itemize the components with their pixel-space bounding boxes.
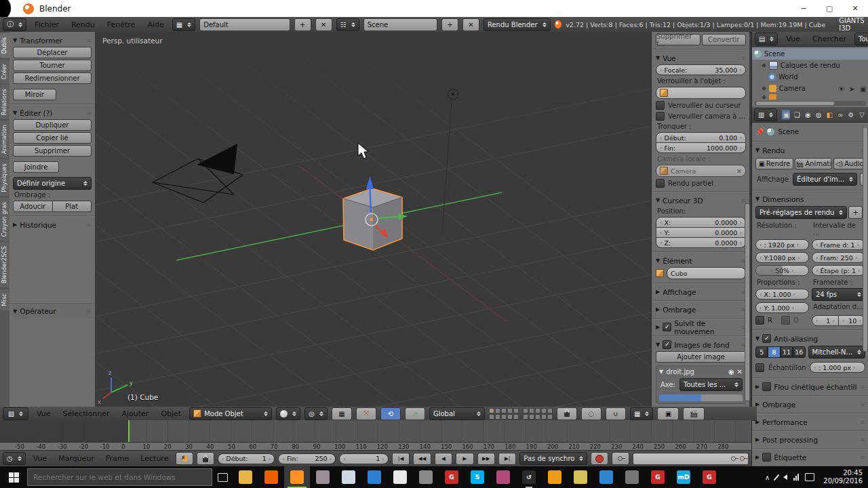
aa-samples-8[interactable]: 8 xyxy=(768,346,780,358)
resolution-x-field[interactable]: : 1920 px xyxy=(755,239,809,250)
render-engine-select[interactable]: Rendu Blender xyxy=(484,18,551,31)
motion-tracking-checkbox[interactable] xyxy=(663,323,671,331)
npanel-scrollbar[interactable] xyxy=(745,203,750,401)
border-checkbox[interactable] xyxy=(755,316,764,325)
keying-set-field[interactable] xyxy=(633,453,749,465)
render-border-checkbox[interactable] xyxy=(656,179,665,188)
join-button[interactable]: Joindre xyxy=(13,161,59,173)
aa-filter-dropdown[interactable]: Mitchell-N... xyxy=(808,346,866,359)
delete-keyframe-button[interactable]: Supprimer f... xyxy=(656,34,701,45)
taskbar-icon-giants-editor[interactable]: G xyxy=(439,466,465,488)
panel-editer-header[interactable]: ▼Éditer (?) xyxy=(13,107,92,119)
outliner-editor-selector[interactable]: ▤ xyxy=(755,33,778,45)
timeline-menu-vue[interactable]: Vue xyxy=(29,454,52,463)
jump-to-start-button[interactable]: |◀ xyxy=(392,453,410,465)
properties-scrollbar[interactable] xyxy=(863,127,868,352)
tab-relations[interactable]: Relations xyxy=(0,85,9,119)
framerate-dropdown[interactable]: 24 fps xyxy=(812,288,865,301)
taskbar-icon-mail-app[interactable] xyxy=(361,466,387,488)
cursor-x-field[interactable]: X:0.0000 xyxy=(656,217,746,228)
lock-object-field[interactable] xyxy=(656,87,746,99)
shade-flat-button[interactable]: Plat xyxy=(53,201,92,212)
panel-background-images-header[interactable]: ▼Images de fond xyxy=(656,339,746,350)
panel-antialiasing-header[interactable]: ▼Anti-aliasing xyxy=(755,333,865,344)
panel-display-header[interactable]: ▶Affichage xyxy=(656,286,746,298)
tab-render-layers-icon[interactable]: ❏ xyxy=(792,109,802,120)
focal-length-field[interactable]: Focale:35.000 xyxy=(656,64,746,75)
frame-start-field[interactable]: Frame d: 1 xyxy=(812,239,865,250)
keying-set-add-button[interactable] xyxy=(612,452,629,465)
menu-rendu[interactable]: Rendu xyxy=(67,20,99,29)
taskbar-search-input[interactable] xyxy=(27,468,212,486)
snap-magnet-toggle[interactable]: ∪ xyxy=(606,407,626,420)
panel-shading-header[interactable]: ▶Ombrage xyxy=(755,399,865,410)
taskbar-icon-yellow-tool[interactable] xyxy=(568,466,593,488)
tab-outils[interactable]: Outils xyxy=(0,33,9,58)
screen-layout-field[interactable]: Default xyxy=(199,18,290,31)
outliner-item-render-layers[interactable]: ⊕ Calques de rendu xyxy=(752,60,868,71)
menu-fenetre[interactable]: Fenêtre xyxy=(103,20,140,29)
jump-next-keyframe-button[interactable]: ▶▶ xyxy=(477,453,495,465)
transform-orientation-dropdown[interactable]: Global xyxy=(429,407,485,420)
expand-icon[interactable]: ⊕ xyxy=(762,62,766,68)
close-button[interactable]: ✕ xyxy=(842,1,868,17)
timeline-frames-area[interactable] xyxy=(0,420,751,442)
tab-object-icon[interactable]: ◧ xyxy=(825,109,834,120)
image-source-toggle[interactable] xyxy=(701,394,743,401)
task-view-button[interactable] xyxy=(212,466,233,488)
panel-vue-header[interactable]: ▼Vue xyxy=(656,52,746,64)
menu-fichier[interactable]: Fichier xyxy=(31,20,63,29)
panel-post-processing-header[interactable]: ▶Post processing xyxy=(755,434,865,445)
clip-end-field[interactable]: Fin:1000.000 xyxy=(656,143,746,153)
view3d-menu-selectionner[interactable]: Sélectionner xyxy=(59,409,114,418)
key-delete-icon[interactable] xyxy=(740,456,745,461)
delete-scene-button[interactable]: ✕ xyxy=(462,18,479,31)
display-mode-dropdown[interactable]: Éditeur d'im... xyxy=(793,173,857,186)
delete-button[interactable]: Supprimer xyxy=(13,145,92,157)
taskbar-icon-gray-app[interactable] xyxy=(413,466,439,488)
render-audio-button[interactable]: ◁)Audio xyxy=(833,158,865,169)
crop-checkbox[interactable] xyxy=(781,316,790,325)
tab-physiques[interactable]: Physiques xyxy=(0,159,9,197)
camera-object[interactable] xyxy=(153,144,243,203)
tab-modifiers-icon[interactable]: ⚙ xyxy=(846,109,856,120)
manipulator-scale-toggle[interactable]: ↗ xyxy=(405,407,425,420)
pin-icon[interactable]: 📌 xyxy=(755,128,764,136)
tab-crayon-gras[interactable]: Crayon gras xyxy=(0,198,9,241)
image-expand-icon[interactable]: ▼ xyxy=(659,369,663,375)
duplicate-button[interactable]: Dupliquer xyxy=(13,119,92,131)
panel-operator-header[interactable]: ▼Opérateur xyxy=(13,304,92,319)
shade-smooth-button[interactable]: Adoucir xyxy=(13,201,53,212)
taskbar-icon-calculator[interactable] xyxy=(387,466,413,488)
tray-notification-icon[interactable] xyxy=(805,473,814,481)
lock-camera-checkbox[interactable] xyxy=(656,112,665,121)
pivot-align-toggle[interactable]: ▦ xyxy=(332,407,352,420)
auto-keyframe-toggle[interactable] xyxy=(591,452,608,465)
cursor-z-field[interactable]: Z:0.0000 xyxy=(656,238,746,248)
jump-to-end-button[interactable]: ▶| xyxy=(498,453,516,465)
menu-aide[interactable]: Aide xyxy=(143,20,167,29)
timeline-playhead[interactable] xyxy=(128,420,130,442)
add-scene-button[interactable]: + xyxy=(441,18,458,31)
properties-editor-selector[interactable]: ▥ xyxy=(754,108,777,121)
resolution-y-field[interactable]: Y:1080 px xyxy=(755,252,809,263)
layers-widget[interactable] xyxy=(489,408,519,420)
start-button[interactable] xyxy=(0,466,27,488)
taskbar-icon-file-explorer[interactable] xyxy=(233,466,258,488)
scale-button[interactable]: Redimensionner xyxy=(13,73,92,84)
view3d-menu-ajouter[interactable]: Ajouter xyxy=(118,409,153,418)
selectability-arrow-icon[interactable]: ➤ xyxy=(849,85,856,92)
lock-cursor-row[interactable]: Verrouiller au curseur xyxy=(656,100,746,110)
panel-history-header[interactable]: ▶Historique xyxy=(13,219,92,230)
cursor-y-field[interactable]: Y:0.0000 xyxy=(656,228,746,238)
timeline-editor-selector[interactable]: ◷ xyxy=(3,452,26,465)
aa-samples-16[interactable]: 16 xyxy=(793,346,805,358)
taskbar-icon-skype[interactable]: S xyxy=(465,466,490,488)
opengl-render-button[interactable]: ▣ xyxy=(657,407,679,420)
frame-end-field[interactable]: Fram: 250 xyxy=(812,252,865,263)
tab-world-icon[interactable]: ◍ xyxy=(814,109,823,120)
frame-lock-toggle[interactable] xyxy=(197,452,214,465)
timeline-menu-marqueur[interactable]: Marqueur xyxy=(54,454,98,463)
tray-chevron-icon[interactable]: ∧ xyxy=(765,474,770,481)
render-border-row[interactable]: Rendu partiel xyxy=(656,178,746,188)
